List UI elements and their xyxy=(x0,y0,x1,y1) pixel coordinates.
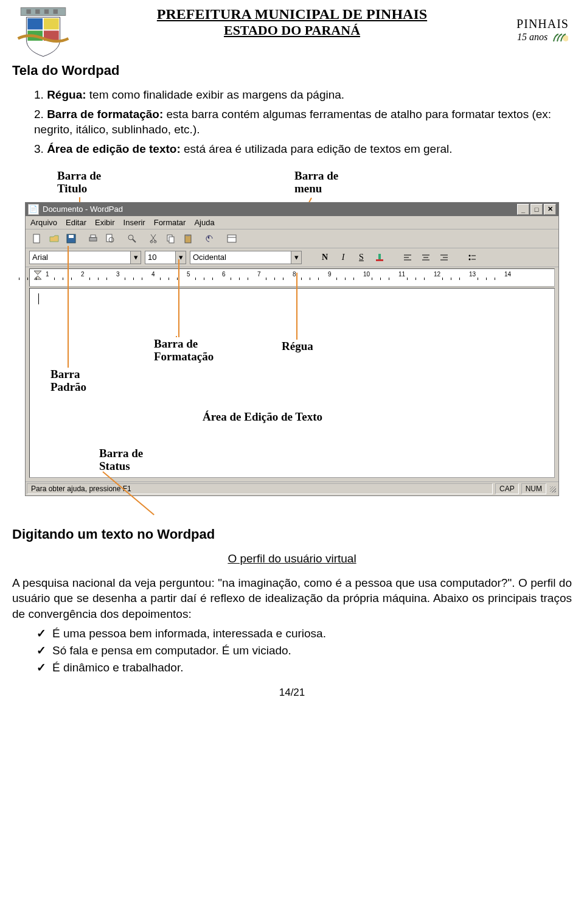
menu-item[interactable]: Exibir xyxy=(95,218,115,227)
new-icon[interactable] xyxy=(29,231,45,246)
list-num: 3. xyxy=(34,142,44,155)
menu-bar: Arquivo Editar Exibir Inserir Formatar A… xyxy=(26,216,558,229)
italic-button[interactable]: I xyxy=(336,251,350,264)
menu-item[interactable]: Arquivo xyxy=(30,218,57,227)
maximize-button[interactable]: □ xyxy=(530,204,543,215)
bullets-icon[interactable] xyxy=(465,251,479,264)
svg-rect-4 xyxy=(54,9,58,13)
ruler-tick: 4 xyxy=(151,271,155,278)
list-item-2: 2. Barra de formatação: esta barra conté… xyxy=(34,107,572,138)
svg-rect-24 xyxy=(186,234,190,236)
svg-point-40 xyxy=(469,258,471,260)
ruler-tick: 12 xyxy=(434,271,440,278)
ruler-tick: 9 xyxy=(328,271,332,278)
pointer-line xyxy=(296,273,297,340)
svg-rect-22 xyxy=(169,237,174,243)
ruler-tick: 6 xyxy=(222,271,226,278)
subheading: O perfil do usuário virtual xyxy=(12,552,572,565)
list-text: está área é utilizada para edição de tex… xyxy=(181,142,453,155)
svg-rect-28 xyxy=(378,254,381,259)
ruler-tick: 13 xyxy=(469,271,476,278)
section-title-2: Digitando um texto no Wordpad xyxy=(12,527,572,542)
status-text: Para obter ajuda, pressione F1 xyxy=(27,483,493,494)
brand-years: 15 anos xyxy=(517,32,548,42)
svg-rect-5 xyxy=(27,18,43,29)
title-bar: 📄 Documento - WordPad _ □ ✕ xyxy=(26,203,558,216)
list-item-1: 1. Régua: tem como finalidade exibir as … xyxy=(34,87,572,103)
script-combo[interactable]: Ocidental ▾ xyxy=(190,251,302,264)
standard-toolbar xyxy=(26,229,558,248)
svg-rect-1 xyxy=(26,9,30,13)
chevron-down-icon: ▾ xyxy=(130,251,141,264)
align-center-icon[interactable] xyxy=(419,251,433,264)
svg-point-38 xyxy=(469,254,471,256)
svg-line-18 xyxy=(133,239,136,242)
ruler-tick: 2 xyxy=(81,271,85,278)
svg-rect-12 xyxy=(69,235,74,238)
cut-icon[interactable] xyxy=(146,231,162,246)
svg-point-17 xyxy=(128,235,133,240)
paste-icon[interactable] xyxy=(180,231,196,246)
save-icon[interactable] xyxy=(63,231,79,246)
print-icon[interactable] xyxy=(85,231,101,246)
list-bold: Régua: xyxy=(47,88,86,101)
format-toolbar: Arial ▾ 10 ▾ Ocidental ▾ N I S xyxy=(26,248,558,267)
indent-marker-icon[interactable] xyxy=(33,270,42,280)
menu-item[interactable]: Editar xyxy=(66,218,86,227)
check-item: É dinâmico e trabalhador. xyxy=(36,659,572,676)
ruler-tick: 8 xyxy=(293,271,296,278)
list-num: 1. xyxy=(34,88,44,101)
edit-area[interactable]: Barra de Formatação Régua Barra Padrão Á… xyxy=(29,288,555,478)
list-item-3: 3. Área de edição de texto: está área é … xyxy=(34,141,572,157)
ruler-tick: 1 xyxy=(46,271,49,278)
list-num: 2. xyxy=(34,108,44,121)
close-button[interactable]: ✕ xyxy=(544,204,556,215)
size-value: 10 xyxy=(148,253,156,262)
undo-icon[interactable] xyxy=(202,231,218,246)
callout-menu: Barra de menu xyxy=(292,169,341,196)
svg-rect-6 xyxy=(44,18,59,29)
menu-item[interactable]: Ajuda xyxy=(194,218,214,227)
resize-grip-icon[interactable] xyxy=(548,484,557,494)
list-bold: Barra de formatação: xyxy=(47,108,163,121)
svg-rect-10 xyxy=(33,234,40,243)
align-left-icon[interactable] xyxy=(400,251,415,264)
app-icon: 📄 xyxy=(28,204,39,215)
crest-icon xyxy=(15,5,71,61)
text-cursor xyxy=(38,293,39,304)
paragraph-1: A pesquisa nacional da veja perguntou: "… xyxy=(12,575,572,622)
status-num: NUM xyxy=(521,483,546,494)
check-item: Só fala e pensa em computador. É um vici… xyxy=(36,642,572,659)
top-callouts: Barra de Titulo Barra de menu xyxy=(12,166,572,202)
palm-icon xyxy=(551,31,568,44)
logo-right: PINHAIS 15 anos xyxy=(516,17,569,44)
svg-rect-14 xyxy=(91,235,96,237)
list-text: tem como finalidade exibir as margens da… xyxy=(86,88,345,101)
menu-item[interactable]: Inserir xyxy=(123,218,145,227)
minimize-button[interactable]: _ xyxy=(517,204,529,215)
ruler-tick: 7 xyxy=(257,271,261,278)
size-combo[interactable]: 10 ▾ xyxy=(145,251,186,264)
header-titles: PREFEITURA MUNICIPAL DE PINHAIS ESTADO D… xyxy=(157,6,427,38)
datetime-icon[interactable] xyxy=(224,231,240,246)
ruler-tick: 14 xyxy=(504,271,511,278)
page-number: 14/21 xyxy=(12,687,572,699)
header-title-1: PREFEITURA MUNICIPAL DE PINHAIS xyxy=(157,6,427,23)
color-icon[interactable] xyxy=(372,251,387,264)
header-title-2: ESTADO DO PARANÁ xyxy=(157,23,427,38)
font-combo[interactable]: Arial ▾ xyxy=(29,251,141,264)
preview-icon[interactable] xyxy=(102,231,118,246)
chevron-down-icon: ▾ xyxy=(291,251,301,264)
callout-regua: Régua xyxy=(279,340,316,353)
bold-button[interactable]: N xyxy=(318,251,332,264)
callout-formatacao: Barra de Formatação xyxy=(151,337,216,364)
list-bold: Área de edição de texto: xyxy=(47,142,181,155)
ruler-tick: 3 xyxy=(116,271,120,278)
find-icon[interactable] xyxy=(124,231,140,246)
align-right-icon[interactable] xyxy=(437,251,451,264)
copy-icon[interactable] xyxy=(163,231,179,246)
menu-item[interactable]: Formatar xyxy=(154,218,186,227)
open-icon[interactable] xyxy=(46,231,62,246)
underline-button[interactable]: S xyxy=(354,251,369,264)
pointer-line xyxy=(178,259,179,337)
